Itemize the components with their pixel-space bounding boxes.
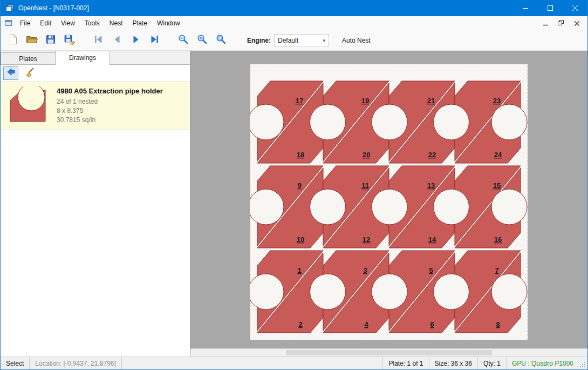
part-cutout: [250, 104, 284, 140]
part-cutout: [310, 104, 346, 140]
part-cutout: [250, 189, 284, 225]
part-cutout: [310, 189, 346, 225]
scrollbar-thumb[interactable]: [286, 350, 493, 355]
part-cutout: [491, 189, 527, 225]
menu-item-window[interactable]: Window: [152, 16, 185, 30]
status-size: Size: 36 x 36: [429, 357, 477, 369]
menu-bar: FileEditViewToolsNestPlateWindow: [1, 16, 587, 30]
menu-item-view[interactable]: View: [56, 16, 80, 30]
part-number: 10: [297, 236, 304, 244]
menu-item-nest[interactable]: Nest: [105, 16, 128, 30]
mdi-minimize-button[interactable]: [539, 18, 552, 28]
save-as-icon: [64, 34, 76, 47]
part-number: 22: [428, 151, 436, 159]
part-number: 13: [427, 181, 435, 190]
tab-drawings[interactable]: Drawings: [55, 51, 110, 65]
menu-item-tools[interactable]: Tools: [80, 16, 105, 30]
status-location: Location: [-0.9437, 21.8796]: [30, 357, 121, 369]
zoom-out-icon: [177, 33, 189, 48]
drawing-title: 4980 A05 Extraction pipe holder: [57, 87, 163, 95]
part-cutout: [372, 189, 407, 225]
part-number: 21: [427, 97, 435, 105]
part-cutout: [491, 274, 527, 310]
engine-select[interactable]: Default ▾: [274, 34, 329, 46]
drawing-meta: 4980 A05 Extraction pipe holder 24 of 1 …: [57, 86, 163, 125]
part-cutout: [310, 274, 346, 310]
tab-bar: Plates Drawings: [1, 51, 190, 65]
part-number: 19: [361, 97, 369, 105]
nest-canvas[interactable]: 171819202122232491011121314151612345678: [190, 51, 587, 356]
part-cutout: [434, 274, 469, 310]
close-button[interactable]: [563, 0, 587, 16]
tab-plates[interactable]: Plates: [1, 52, 56, 64]
drawing-area: 30.7815 sq/in: [57, 116, 163, 125]
part-number: 4: [364, 320, 368, 328]
go-previous-icon: [111, 33, 123, 48]
zoom-in-button[interactable]: [194, 32, 210, 49]
part-number: 7: [495, 266, 498, 274]
part-number: 15: [493, 181, 501, 190]
zoom-in-icon: [196, 33, 208, 48]
horizontal-scrollbar[interactable]: [190, 348, 587, 356]
minimize-button[interactable]: [513, 0, 538, 16]
mdi-restore-button[interactable]: [555, 18, 568, 28]
zoom-out-button[interactable]: [175, 32, 192, 49]
go-next-button[interactable]: [128, 32, 144, 49]
document-window-icon: [4, 19, 12, 27]
main-toolbar: Engine: Default ▾ Auto Nest: [1, 30, 587, 51]
part-cutout: [434, 189, 469, 225]
dropdown-caret-icon: ▾: [323, 38, 325, 43]
part-number: 2: [298, 320, 302, 328]
menu-item-edit[interactable]: Edit: [35, 16, 56, 30]
status-mode: Select: [1, 357, 30, 369]
part-thumbnail: [5, 86, 50, 125]
new-document-icon: [8, 34, 18, 47]
clean-button[interactable]: [22, 66, 37, 80]
mdi-close-icon: [575, 18, 579, 28]
open-button[interactable]: [24, 32, 40, 49]
arrow-left-icon: [5, 66, 16, 79]
part-number: 12: [363, 236, 370, 244]
maximize-button[interactable]: [538, 0, 563, 16]
part-number: 1: [297, 266, 301, 274]
go-last-button[interactable]: [147, 32, 163, 49]
drawings-toolbar: [1, 65, 190, 82]
drawings-list: 4980 A05 Extraction pipe holder 24 of 1 …: [1, 82, 190, 356]
drawing-list-item[interactable]: 4980 A05 Extraction pipe holder 24 of 1 …: [1, 82, 190, 130]
go-first-icon: [92, 33, 104, 48]
mdi-minimize-icon: [543, 18, 548, 28]
part-cutout: [491, 104, 527, 140]
close-icon: [572, 3, 578, 13]
part-number: 8: [496, 320, 500, 328]
save-as-button[interactable]: [61, 32, 78, 49]
mdi-close-button[interactable]: [570, 18, 583, 28]
back-arrow-button[interactable]: [3, 66, 18, 80]
go-first-button[interactable]: [90, 32, 106, 49]
zoom-fit-button[interactable]: [213, 32, 229, 49]
status-gpu: GPU : Quadro P1000: [506, 357, 579, 369]
part-cutout: [372, 274, 407, 310]
part-number: 18: [297, 151, 304, 159]
save-icon: [45, 34, 56, 47]
part-number: 14: [428, 236, 436, 244]
new-button[interactable]: [5, 32, 21, 49]
go-last-icon: [149, 33, 161, 48]
go-previous-button[interactable]: [109, 32, 125, 49]
auto-nest-button[interactable]: Auto Nest: [338, 35, 375, 46]
mdi-window-controls: [539, 18, 587, 28]
broom-icon: [24, 66, 35, 79]
part-number: 3: [363, 266, 367, 274]
save-button[interactable]: [43, 32, 59, 49]
part-number: 11: [361, 181, 369, 190]
status-bar: Select Location: [-0.9437, 21.8796] Plat…: [1, 356, 587, 369]
title-bar: OpenNest - [N0317-002]: [1, 0, 587, 16]
engine-value: Default: [278, 37, 298, 44]
part-number: 24: [494, 151, 502, 159]
left-panel: Plates Drawings: [1, 51, 190, 356]
part-number: 17: [296, 97, 303, 105]
window-controls: [513, 0, 587, 16]
main-area: Plates Drawings: [1, 51, 587, 356]
menu-item-plate[interactable]: Plate: [128, 16, 152, 30]
menu-item-file[interactable]: File: [15, 16, 35, 30]
part-cutout: [250, 274, 284, 310]
